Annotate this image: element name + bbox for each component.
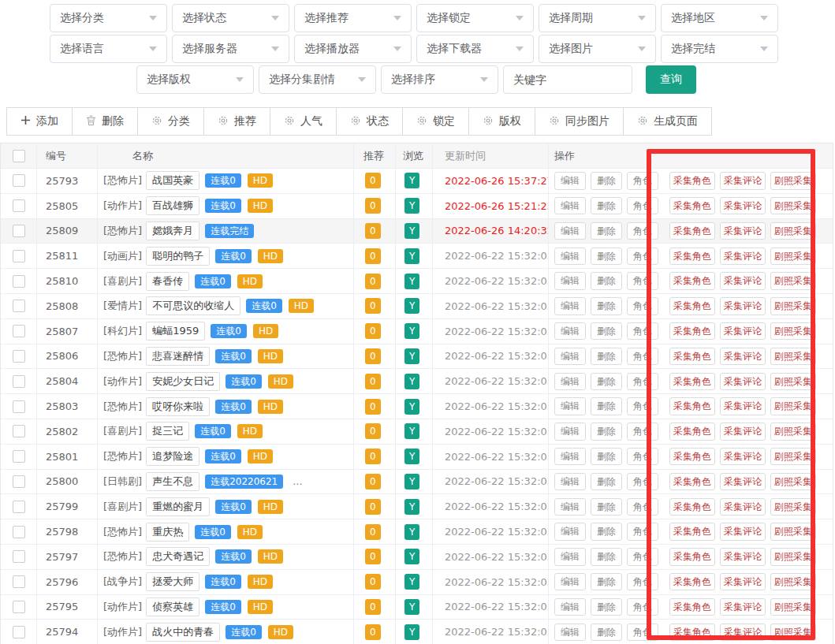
recommend-badge[interactable]: 0 [365,374,381,389]
row-action-删除[interactable]: 删除 [591,172,622,189]
row-action-剧照采集[interactable]: 剧照采集 [770,197,816,214]
toolbar-button-分类[interactable]: 分类 [138,108,204,135]
row-action-编辑[interactable]: 编辑 [554,423,586,440]
recommend-badge[interactable]: 0 [365,574,381,590]
views-badge[interactable]: Y [404,223,419,239]
filter-dropdown[interactable]: 选择推荐 [294,4,412,32]
row-title[interactable]: 蝙蝠1959 [146,322,205,341]
filter-dropdown[interactable]: 选择下载器 [416,35,534,63]
row-checkbox[interactable] [13,174,25,187]
views-badge[interactable]: Y [404,624,419,640]
filter-dropdown[interactable]: 选择完结 [661,35,778,63]
row-action-剧照采集[interactable]: 剧照采集 [770,598,816,616]
row-action-编辑[interactable]: 编辑 [554,598,586,616]
filter-dropdown[interactable]: 选择语言 [50,35,167,63]
row-action-采集角色[interactable]: 采集角色 [669,197,715,214]
row-action-采集角色[interactable]: 采集角色 [669,473,715,490]
row-action-角色[interactable]: 角色 [627,248,658,265]
toolbar-button-锁定[interactable]: 锁定 [403,108,469,135]
row-action-编辑[interactable]: 编辑 [554,573,586,590]
row-title[interactable]: 不可思议的收缩人 [146,296,240,315]
recommend-badge[interactable]: 0 [365,449,381,464]
row-action-删除[interactable]: 删除 [591,498,622,516]
recommend-badge[interactable]: 0 [365,198,381,214]
row-checkbox[interactable] [13,626,25,638]
row-action-编辑[interactable]: 编辑 [554,397,586,415]
row-checkbox[interactable] [13,325,25,337]
recommend-badge[interactable]: 0 [365,248,381,264]
row-action-角色[interactable]: 角色 [627,423,658,440]
recommend-badge[interactable]: 0 [365,524,381,540]
filter-dropdown[interactable]: 选择分类 [50,4,167,32]
row-action-剧照采集[interactable]: 剧照采集 [770,222,816,240]
row-action-采集评论[interactable]: 采集评论 [720,423,766,440]
row-action-删除[interactable]: 删除 [591,523,622,540]
row-title[interactable]: 声生不息 [146,472,199,491]
row-action-角色[interactable]: 角色 [627,322,658,340]
row-action-采集角色[interactable]: 采集角色 [669,448,715,465]
row-action-采集评论[interactable]: 采集评论 [720,548,766,565]
filter-dropdown[interactable]: 选择图片 [539,35,656,63]
row-title[interactable]: 安妮少女日记 [146,372,220,391]
row-action-采集角色[interactable]: 采集角色 [669,498,715,516]
views-badge[interactable]: Y [404,348,419,364]
row-action-角色[interactable]: 角色 [627,272,658,289]
row-checkbox[interactable] [13,375,25,388]
views-badge[interactable]: Y [404,374,419,389]
recommend-badge[interactable]: 0 [365,173,381,188]
row-action-删除[interactable]: 删除 [591,297,622,315]
row-action-删除[interactable]: 删除 [591,397,622,415]
views-badge[interactable]: Y [404,198,419,214]
row-checkbox[interactable] [13,225,25,237]
row-action-剧照采集[interactable]: 剧照采集 [770,248,816,265]
views-badge[interactable]: Y [404,323,419,339]
row-action-采集评论[interactable]: 采集评论 [720,448,766,465]
row-title[interactable]: 追梦险途 [146,447,199,466]
row-action-采集角色[interactable]: 采集角色 [669,172,715,189]
row-action-采集评论[interactable]: 采集评论 [720,222,766,240]
row-action-采集角色[interactable]: 采集角色 [669,573,715,590]
filter-dropdown[interactable]: 选择播放器 [294,35,412,63]
filter-dropdown[interactable]: 选择服务器 [172,35,289,63]
row-checkbox[interactable] [13,526,25,538]
views-badge[interactable]: Y [404,298,419,314]
row-action-删除[interactable]: 删除 [591,322,622,340]
row-action-编辑[interactable]: 编辑 [554,248,586,265]
row-action-删除[interactable]: 删除 [591,448,622,465]
row-title[interactable]: 百战雄狮 [146,196,199,215]
recommend-badge[interactable]: 0 [365,323,381,339]
row-action-采集评论[interactable]: 采集评论 [720,248,766,265]
row-checkbox[interactable] [13,550,25,563]
row-checkbox[interactable] [13,275,25,288]
views-badge[interactable]: Y [404,399,419,415]
row-action-删除[interactable]: 删除 [591,222,622,240]
views-badge[interactable]: Y [404,524,419,540]
row-action-角色[interactable]: 角色 [627,573,658,590]
row-action-采集角色[interactable]: 采集角色 [669,598,715,616]
row-action-剧照采集[interactable]: 剧照采集 [770,423,816,440]
row-action-编辑[interactable]: 编辑 [554,322,586,340]
row-action-采集角色[interactable]: 采集角色 [669,222,715,240]
recommend-badge[interactable]: 0 [365,474,381,490]
row-title[interactable]: 哎呀你来啦 [146,397,210,416]
filter-dropdown[interactable]: 选择分集剧情 [259,65,376,94]
row-action-剧照采集[interactable]: 剧照采集 [770,624,816,641]
row-action-删除[interactable]: 删除 [591,248,622,265]
filter-dropdown[interactable]: 选择状态 [172,4,289,32]
views-badge[interactable]: Y [404,499,419,515]
row-action-编辑[interactable]: 编辑 [554,172,586,189]
row-action-角色[interactable]: 角色 [627,448,658,465]
row-action-采集评论[interactable]: 采集评论 [720,197,766,214]
row-action-删除[interactable]: 删除 [591,473,622,490]
row-action-剧照采集[interactable]: 剧照采集 [770,397,816,415]
recommend-badge[interactable]: 0 [365,423,381,439]
row-action-采集评论[interactable]: 采集评论 [720,272,766,289]
recommend-badge[interactable]: 0 [365,348,381,364]
row-action-编辑[interactable]: 编辑 [554,272,586,289]
toolbar-button-生成页面[interactable]: 生成页面 [624,108,711,135]
row-action-角色[interactable]: 角色 [627,624,658,641]
row-action-采集角色[interactable]: 采集角色 [669,297,715,315]
row-checkbox[interactable] [13,400,25,413]
keyword-input[interactable] [503,65,632,94]
toolbar-button-人气[interactable]: 人气 [270,108,337,135]
